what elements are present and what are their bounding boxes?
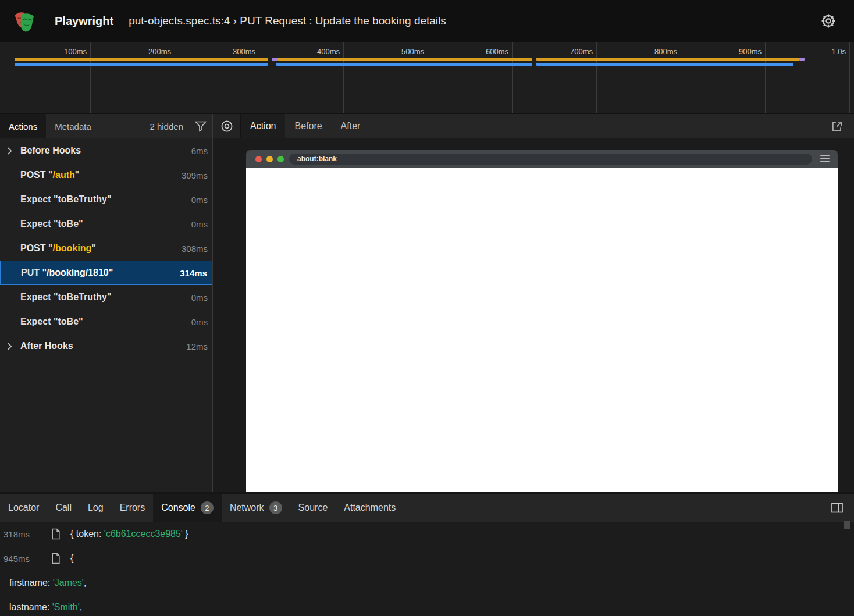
action-title: After Hooks bbox=[20, 341, 73, 351]
timeline-network-bar-segment bbox=[536, 58, 799, 61]
tab-attachments[interactable]: Attachments bbox=[336, 494, 404, 522]
tab-metadata[interactable]: Metadata bbox=[46, 114, 100, 138]
tab-actions[interactable]: Actions bbox=[0, 114, 46, 138]
console-message: firstname: 'James', bbox=[9, 578, 86, 588]
sidebar-tabstrip: Actions Metadata 2 hidden bbox=[0, 114, 212, 138]
console-timestamp: 945ms bbox=[3, 554, 36, 564]
action-row[interactable]: Expect "toBeTruthy"0ms bbox=[0, 187, 212, 212]
tab-after[interactable]: After bbox=[332, 114, 370, 138]
console-message: { token: 'c6b61ccecc3e985' } bbox=[70, 529, 188, 539]
tab-label: Attachments bbox=[344, 503, 396, 513]
tab-locator[interactable]: Locator bbox=[0, 494, 47, 522]
timeline-gridline bbox=[343, 42, 344, 113]
timeline-gridline bbox=[428, 42, 428, 113]
tab-label: Log bbox=[88, 503, 104, 513]
timeline-tick-label: 500ms bbox=[371, 47, 424, 56]
timeline-action-bar-segment bbox=[536, 63, 793, 66]
settings-gear-icon[interactable] bbox=[814, 13, 842, 29]
split-view-icon[interactable] bbox=[825, 494, 849, 522]
open-external-icon[interactable] bbox=[825, 114, 849, 138]
action-duration: 308ms bbox=[182, 244, 208, 254]
timeline-gridline bbox=[849, 42, 850, 113]
timeline-gridline bbox=[6, 42, 6, 113]
timeline-gridline bbox=[90, 42, 91, 113]
action-row[interactable]: Expect "toBe"0ms bbox=[0, 212, 212, 236]
document-icon bbox=[51, 528, 61, 540]
timeline-network-bar-segment bbox=[15, 58, 268, 61]
tab-log[interactable]: Log bbox=[80, 494, 112, 522]
address-bar: about:blank bbox=[289, 154, 812, 165]
network-count-badge: 3 bbox=[269, 501, 282, 514]
action-title: Expect "toBeTruthy" bbox=[20, 194, 112, 205]
tab-source[interactable]: Source bbox=[290, 494, 336, 522]
playwright-trace-viewer: Playwright put-objects.spec.ts:4 › PUT R… bbox=[0, 0, 854, 616]
filter-icon[interactable] bbox=[189, 114, 212, 138]
traffic-yellow-icon bbox=[266, 156, 273, 162]
playwright-logo-icon bbox=[14, 9, 38, 33]
scrollbar-thumb[interactable] bbox=[844, 521, 850, 529]
main-split: Actions Metadata 2 hidden Before Hooks6m… bbox=[0, 114, 854, 492]
header-bar: Playwright put-objects.spec.ts:4 › PUT R… bbox=[0, 0, 854, 42]
action-row[interactable]: Before Hooks6ms bbox=[0, 138, 212, 163]
timeline-tick-label: 600ms bbox=[455, 47, 508, 56]
timeline-tick-label: 300ms bbox=[202, 47, 255, 56]
action-duration: 0ms bbox=[191, 317, 208, 327]
timeline-gridline bbox=[512, 42, 513, 113]
spacer bbox=[404, 494, 825, 522]
timeline-network-bar-segment bbox=[272, 58, 277, 61]
tab-call[interactable]: Call bbox=[47, 494, 80, 522]
actions-list: Before Hooks6msPOST "/auth"309msExpect "… bbox=[0, 138, 212, 358]
timeline-gridline bbox=[259, 42, 259, 113]
tab-label: Errors bbox=[120, 503, 145, 513]
pick-locator-icon[interactable] bbox=[213, 114, 241, 138]
action-row[interactable]: Expect "toBeTruthy"0ms bbox=[0, 285, 212, 309]
console-entry: firstname: 'James', bbox=[0, 571, 854, 595]
timeline-tick-label: 700ms bbox=[539, 47, 593, 56]
timeline-network-bar-segment bbox=[799, 58, 805, 61]
tab-console[interactable]: Console2 bbox=[153, 494, 222, 522]
tab-label: Network bbox=[230, 503, 264, 513]
action-row[interactable]: POST "/auth"309ms bbox=[0, 163, 212, 187]
snapshot-tabstrip: ActionBeforeAfter bbox=[213, 114, 854, 138]
spacer bbox=[369, 114, 825, 138]
tab-network[interactable]: Network3 bbox=[222, 494, 290, 522]
console-message: lastname: 'Smith', bbox=[9, 602, 82, 613]
traffic-light-icons bbox=[255, 156, 284, 162]
timeline-tick-label: 900ms bbox=[708, 47, 762, 56]
breadcrumb: put-objects.spec.ts:4 › PUT Request : Up… bbox=[129, 15, 446, 27]
console-count-badge: 2 bbox=[201, 501, 214, 514]
document-icon bbox=[51, 553, 61, 564]
tab-label: Console bbox=[161, 503, 195, 513]
action-title: Expect "toBeTruthy" bbox=[20, 292, 112, 302]
action-title: Expect "toBe" bbox=[20, 316, 83, 327]
spacer bbox=[100, 114, 150, 138]
timeline-scrubber[interactable]: 100ms200ms300ms400ms500ms600ms700ms800ms… bbox=[0, 42, 854, 114]
action-row[interactable]: POST "/booking"308ms bbox=[0, 236, 212, 261]
console-entry: lastname: 'Smith', bbox=[0, 595, 854, 616]
timeline-tick-label: 200ms bbox=[118, 47, 171, 56]
timeline-gridline bbox=[765, 42, 766, 113]
timeline-gridline bbox=[681, 42, 681, 113]
action-duration: 0ms bbox=[191, 195, 208, 205]
tab-label: Locator bbox=[8, 503, 39, 513]
traffic-green-icon bbox=[277, 156, 284, 162]
action-duration: 309ms bbox=[182, 170, 208, 180]
details-tabs: LocatorCallLogErrorsConsole2Network3Sour… bbox=[0, 494, 404, 522]
console-timestamp: 318ms bbox=[3, 529, 36, 539]
snapshot-page bbox=[246, 168, 838, 492]
action-row[interactable]: PUT "/booking/1810"314ms bbox=[0, 261, 212, 285]
tab-before[interactable]: Before bbox=[285, 114, 331, 138]
timeline-gridline bbox=[175, 42, 175, 113]
actions-sidebar: Actions Metadata 2 hidden Before Hooks6m… bbox=[0, 114, 213, 492]
action-title: Expect "toBe" bbox=[20, 219, 83, 229]
action-row[interactable]: After Hooks12ms bbox=[0, 334, 212, 358]
action-row[interactable]: Expect "toBe"0ms bbox=[0, 309, 212, 334]
tab-action[interactable]: Action bbox=[241, 114, 285, 138]
tab-errors[interactable]: Errors bbox=[112, 494, 154, 522]
console-message: { bbox=[70, 553, 73, 564]
action-duration: 0ms bbox=[191, 219, 208, 229]
browser-snapshot-window: about:blank bbox=[246, 150, 838, 492]
action-duration: 12ms bbox=[186, 341, 208, 351]
snapshot-panel: ActionBeforeAfter bbox=[213, 114, 854, 492]
tab-label: Call bbox=[55, 503, 72, 513]
